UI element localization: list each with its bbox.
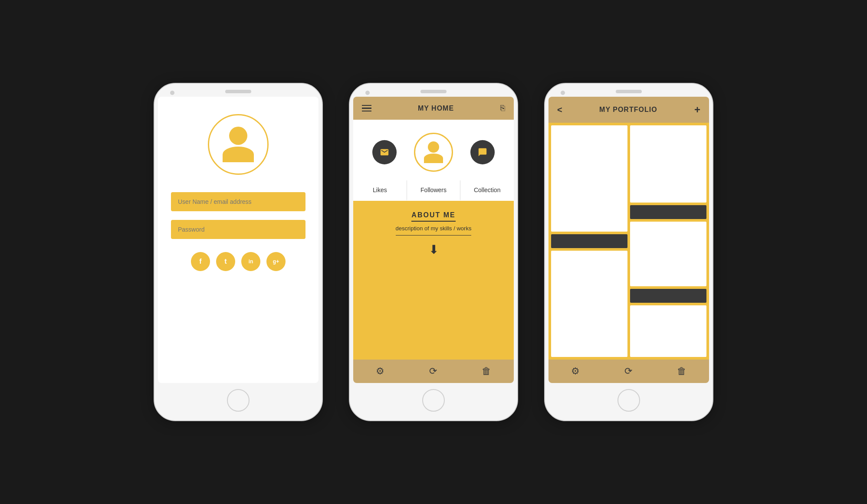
tab-likes[interactable]: Likes (353, 180, 407, 201)
social-icons-row: f t in g+ (191, 252, 286, 271)
refresh-icon[interactable]: ⟳ (429, 366, 437, 377)
settings-icon[interactable]: ⚙ (376, 366, 384, 377)
portfolio-header: < MY PORTFOLIO + (548, 97, 709, 123)
login-screen: f t in g+ (158, 97, 319, 383)
bottom-bar-portfolio: ⚙ ⟳ 🗑 (548, 360, 709, 383)
back-icon[interactable]: < (557, 105, 562, 115)
avatar-head (229, 127, 247, 145)
profile-head (428, 141, 439, 153)
portfolio-card-left-tall (551, 125, 627, 232)
trash-icon[interactable]: 🗑 (482, 366, 491, 377)
add-icon[interactable]: + (694, 104, 700, 116)
home-button-3[interactable] (617, 389, 640, 412)
envelope-icon (380, 147, 389, 157)
phone-top-bar-2 (350, 84, 517, 97)
phone-home: MY HOME ⎘ (349, 83, 518, 421)
phone-speaker-2 (420, 90, 447, 93)
profile-body (424, 154, 443, 163)
portfolio-screen: < MY PORTFOLIO + (548, 97, 709, 383)
phone-camera-2 (365, 91, 370, 95)
edit-icon[interactable]: ⎘ (500, 104, 505, 113)
profile-avatar-icon (424, 141, 443, 163)
portfolio-label-right-2 (630, 289, 706, 303)
phone-speaker-3 (616, 90, 642, 93)
home-title: MY HOME (418, 105, 454, 112)
home-button-2[interactable] (422, 389, 445, 412)
twitter-button[interactable]: t (216, 252, 235, 271)
scene: f t in g+ (136, 65, 731, 439)
portfolio-card-right-mid (630, 222, 706, 286)
home-screen: MY HOME ⎘ (353, 97, 514, 383)
phone-speaker (225, 90, 251, 93)
linkedin-button[interactable]: in (241, 252, 260, 271)
message-icon-circle[interactable] (372, 140, 397, 164)
chat-icon-circle[interactable] (470, 140, 495, 164)
portfolio-card-right-top (630, 125, 706, 203)
about-description: description of my skills / works (396, 225, 472, 236)
about-title: ABOUT ME (411, 211, 455, 222)
phone-bottom-1 (154, 383, 322, 420)
phone-portfolio: < MY PORTFOLIO + (544, 83, 713, 421)
portfolio-label-left (551, 234, 627, 248)
googleplus-button[interactable]: g+ (266, 252, 286, 271)
password-input[interactable] (171, 220, 305, 239)
phone-bottom-2 (350, 383, 517, 420)
scroll-down-arrow: ⬇ (429, 242, 439, 257)
phone-camera (170, 91, 174, 95)
avatar-circle (208, 114, 269, 175)
phone-login: f t in g+ (154, 83, 323, 421)
phone-bottom-3 (545, 383, 713, 420)
hamburger-icon[interactable] (362, 105, 371, 112)
avatar-body (223, 147, 254, 162)
portfolio-label-right-1 (630, 205, 706, 219)
portfolio-refresh-icon[interactable]: ⟳ (624, 366, 632, 377)
tabs-section: Likes Followers Collection (353, 180, 514, 201)
about-section: ABOUT ME description of my skills / work… (353, 201, 514, 360)
profile-avatar-circle (414, 133, 453, 172)
tab-collection[interactable]: Collection (460, 180, 514, 201)
username-input[interactable] (171, 192, 305, 211)
bottom-bar-home: ⚙ ⟳ 🗑 (353, 360, 514, 383)
portfolio-card-left-sm (551, 251, 627, 357)
portfolio-title: MY PORTFOLIO (599, 106, 657, 114)
phone-top-bar-3 (545, 84, 713, 97)
home-button-1[interactable] (227, 389, 250, 412)
chat-icon (478, 147, 487, 157)
user-avatar-icon (223, 127, 254, 162)
home-header: MY HOME ⎘ (353, 97, 514, 120)
phone-top-bar (154, 84, 322, 97)
tab-followers[interactable]: Followers (407, 180, 460, 201)
phone-camera-3 (561, 91, 565, 95)
facebook-button[interactable]: f (191, 252, 210, 271)
portfolio-card-right-bot (630, 305, 706, 357)
portfolio-trash-icon[interactable]: 🗑 (677, 366, 686, 377)
profile-section (353, 120, 514, 180)
portfolio-settings-icon[interactable]: ⚙ (571, 366, 580, 377)
